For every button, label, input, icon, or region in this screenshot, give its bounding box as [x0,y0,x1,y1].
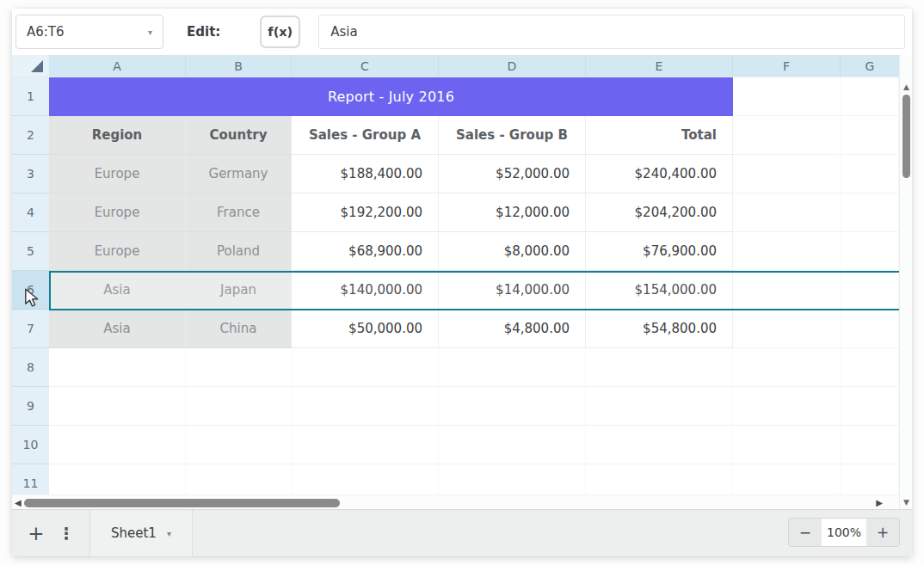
scroll-up-icon[interactable]: ▲ [900,83,913,91]
cell[interactable] [292,348,439,387]
cell[interactable]: $12,000.00 [439,193,586,232]
row-header-8[interactable]: 8 [12,348,49,387]
cell[interactable]: $50,000.00 [292,310,439,348]
scroll-left-icon[interactable]: ◀ [15,498,22,507]
row-header-11[interactable]: 11 [12,464,49,494]
cell[interactable] [733,348,841,387]
cell[interactable] [841,426,899,464]
cell[interactable] [733,116,841,155]
cell[interactable]: $4,800.00 [439,310,586,348]
cell[interactable]: Asia [49,271,186,310]
cell[interactable] [186,464,292,494]
vertical-scrollbar[interactable]: ▲ ▼ [899,55,912,509]
cell[interactable] [733,387,841,426]
cell-sales-b-header[interactable]: Sales - Group B [439,116,586,155]
horizontal-scrollbar-thumb[interactable] [24,499,340,507]
cell[interactable] [841,232,899,271]
cell[interactable] [439,348,586,387]
cell[interactable] [733,155,841,193]
cell[interactable] [186,426,292,464]
zoom-out-button[interactable]: − [789,519,822,546]
column-header-c[interactable]: C [292,55,439,77]
cell[interactable] [292,387,439,426]
cell[interactable] [292,464,439,494]
cell[interactable]: Japan [186,271,292,310]
cell[interactable] [49,426,186,464]
cell[interactable] [733,193,841,232]
cell[interactable] [841,348,899,387]
row-header-7[interactable]: 7 [12,310,49,348]
column-header-e[interactable]: E [586,55,733,77]
name-box-dropdown[interactable]: A6:T6 ▾ [15,15,163,49]
column-header-f[interactable]: F [733,55,841,77]
cell[interactable]: Poland [186,232,292,271]
cell[interactable] [733,271,841,310]
cell[interactable] [49,464,186,494]
cell[interactable]: $192,200.00 [292,193,439,232]
cell[interactable] [586,464,733,494]
zoom-in-button[interactable]: + [866,519,899,546]
cell[interactable] [439,387,586,426]
horizontal-scrollbar[interactable]: ◀ ▶ [12,494,899,509]
scroll-down-icon[interactable]: ▼ [900,498,913,507]
cell[interactable] [733,77,841,116]
sheet-list-menu-button[interactable]: ⋮ [56,524,77,543]
cell[interactable] [439,464,586,494]
chevron-down-icon[interactable]: ▾ [167,529,171,538]
row-header-10[interactable]: 10 [12,426,49,464]
cell[interactable] [841,193,899,232]
scroll-right-icon[interactable]: ▶ [876,498,883,507]
insert-function-button[interactable]: f(x) [260,15,300,48]
cell[interactable]: Europe [49,193,186,232]
cell[interactable] [439,426,586,464]
cell[interactable] [733,426,841,464]
chevron-down-icon[interactable]: ▾ [148,28,152,37]
cell[interactable] [586,387,733,426]
formula-input[interactable] [318,15,905,49]
row-header-9[interactable]: 9 [12,387,49,426]
column-header-g[interactable]: G [841,55,899,77]
cell[interactable]: $76,900.00 [586,232,733,271]
add-sheet-button[interactable]: + [24,522,48,544]
cell[interactable]: $68,900.00 [292,232,439,271]
cell[interactable] [292,426,439,464]
cell[interactable]: $8,000.00 [439,232,586,271]
cell[interactable]: China [186,310,292,348]
cell[interactable] [841,387,899,426]
row-header-3[interactable]: 3 [12,155,49,193]
cell[interactable]: $154,000.00 [586,271,733,310]
column-header-a[interactable]: A [49,55,186,77]
row-header-2[interactable]: 2 [12,116,49,155]
column-header-b[interactable]: B [186,55,292,77]
column-header-d[interactable]: D [439,55,586,77]
cell[interactable] [841,155,899,193]
cell[interactable] [841,271,899,310]
row-header-1[interactable]: 1 [12,77,49,116]
cell-total-header[interactable]: Total [586,116,733,155]
cell[interactable]: $188,400.00 [292,155,439,193]
cell[interactable] [733,310,841,348]
cell[interactable] [49,387,186,426]
cell[interactable]: Europe [49,155,186,193]
cell[interactable]: $14,000.00 [439,271,586,310]
sheet-tab-sheet1[interactable]: Sheet1 ▾ [89,510,193,556]
cell[interactable] [841,464,899,494]
select-all-button[interactable] [12,55,49,77]
cell[interactable] [733,232,841,271]
row-header-4[interactable]: 4 [12,193,49,232]
cell[interactable] [49,348,186,387]
cell-region-header[interactable]: Region [49,116,186,155]
cell[interactable]: Asia [49,310,186,348]
cell[interactable] [586,348,733,387]
cell[interactable]: Europe [49,232,186,271]
cell[interactable]: $204,200.00 [586,193,733,232]
row-header-5[interactable]: 5 [12,232,49,271]
banner-cell[interactable]: Report - July 2016 [49,77,733,116]
cell[interactable]: $54,800.00 [586,310,733,348]
cell-country-header[interactable]: Country [186,116,292,155]
cell-sales-a-header[interactable]: Sales - Group A [292,116,439,155]
cell[interactable] [841,77,899,116]
cell[interactable]: Germany [186,155,292,193]
cell[interactable]: $240,400.00 [586,155,733,193]
vertical-scrollbar-thumb[interactable] [902,95,910,178]
